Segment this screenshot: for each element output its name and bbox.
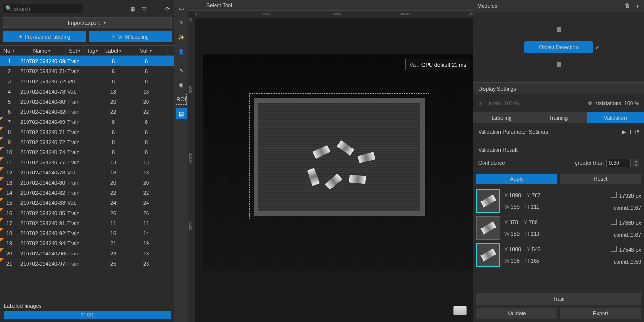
detection-checkbox[interactable]: [611, 219, 617, 225]
search-input[interactable]: [3, 4, 83, 13]
cursor-tool-icon[interactable]: ↖: [176, 65, 187, 76]
table-row[interactable]: 13210702-094240-80...Train2020: [0, 177, 174, 188]
table-row[interactable]: 17210702-094240-913Train1111: [0, 218, 174, 228]
table-row[interactable]: 7210702-094240-69...Train66: [0, 117, 174, 127]
tab-validation[interactable]: Validation: [587, 112, 644, 123]
col-no[interactable]: No.▾: [0, 46, 18, 55]
table-row[interactable]: 2210702-094240-710Train66: [0, 66, 174, 76]
table-row[interactable]: 19210702-094240-945Train2119: [0, 238, 174, 248]
trash-icon[interactable]: 🗑: [625, 2, 630, 10]
labeling-buttons: ✦ Pre-trained labeling ✧ VFM labeling: [0, 31, 174, 45]
play-icon[interactable]: ▶: [622, 129, 626, 135]
table-header: No.▾ Name▾ Set▾ Tag▾ Label▾ Val.▾: [0, 45, 174, 56]
validation-result-label: Validation Result: [473, 140, 644, 156]
table-row[interactable]: 6210702-094240-820Train2222: [0, 107, 174, 117]
canvas-area[interactable]: Val.: GPU default 21 ms: [195, 18, 473, 322]
wand-icon[interactable]: ✨: [176, 32, 187, 42]
vfm-labeling-button[interactable]: ✧ VFM labeling: [89, 31, 172, 42]
refresh-icon[interactable]: ⟳: [163, 4, 172, 13]
pretrained-labeling-button[interactable]: ✦ Pre-trained labeling: [3, 31, 86, 42]
apply-reset-row: Apply Reset: [473, 170, 644, 188]
eye-icon[interactable]: 👁: [588, 100, 593, 106]
table-row[interactable]: 5210702-094240-805Train2020: [0, 96, 174, 107]
import-export-label: Import/Export: [68, 20, 100, 26]
table-row[interactable]: 8210702-094240-71...Train66: [0, 127, 174, 137]
import-export-button[interactable]: Import/Export ▼: [3, 17, 172, 28]
train-button[interactable]: Train: [476, 293, 641, 305]
detection-checkbox[interactable]: [611, 192, 617, 198]
keyboard-icon[interactable]: [453, 306, 467, 315]
modified-marker: [0, 167, 4, 171]
ruler-horizontal: 0500100015002k: [195, 11, 473, 18]
modified-marker: [0, 157, 4, 161]
checkmark-icon: ✓: [595, 44, 600, 50]
history-icon[interactable]: ↺: [635, 129, 639, 135]
col-val[interactable]: Val.▾: [125, 46, 167, 55]
modules-panel: Modules 🗑 ＋ Object Detection ✓ Display S…: [473, 0, 644, 322]
mode-tabs: Labeling Training Validation: [473, 112, 644, 123]
table-row[interactable]: 14210702-094240-82...Train2222: [0, 188, 174, 198]
connector-top: [557, 27, 561, 32]
image-grid-icon[interactable]: ▦: [128, 4, 137, 13]
confidence-op: greater than: [575, 160, 604, 166]
export-tool-icon[interactable]: ▤: [176, 108, 187, 119]
detection-thumb[interactable]: [476, 189, 500, 213]
detection-thumb[interactable]: [476, 243, 500, 267]
col-label[interactable]: Label▾: [101, 46, 125, 55]
divider: |: [630, 129, 631, 135]
detection-item[interactable]: X 1000Y 546W 108H 16517548 pxconfid.:0.5…: [476, 242, 641, 268]
filter-icon[interactable]: ▽: [140, 4, 148, 13]
table-row[interactable]: 12210702-094240-78...Val.1818: [0, 167, 174, 177]
modified-marker: [0, 238, 4, 242]
table-row[interactable]: 4210702-094240-789Val.1818: [0, 86, 174, 96]
detection-item[interactable]: X 1090Y 767W 159H 11117920 pxconfid.:0.6…: [476, 188, 641, 215]
tab-training[interactable]: Training: [530, 112, 587, 123]
gpu-badge: Val.: GPU default 21 ms: [405, 59, 470, 70]
detected-part[interactable]: [349, 174, 366, 184]
tab-labeling[interactable]: Labeling: [473, 112, 530, 123]
table-row[interactable]: 9210702-094240-72...Train88: [0, 137, 174, 147]
table-row[interactable]: 3210702-094240-726Val.88: [0, 76, 174, 86]
tool-strip: ▭ ✎ ✨ 👤 ↖ ◉ ROI ▤: [174, 0, 188, 322]
table-row[interactable]: 1210702-094240-695Train66: [0, 56, 174, 66]
validation-params-row[interactable]: Validation Parameter Settings ▶ | ↺: [473, 123, 644, 140]
reset-button[interactable]: Reset: [560, 174, 641, 184]
labels-pct: 100 %: [504, 100, 519, 106]
magic-wand-icon[interactable]: ✎: [176, 17, 187, 28]
detection-thumb[interactable]: [476, 216, 500, 240]
table-row[interactable]: 21210702-094240-976Train2523: [0, 258, 174, 268]
plus-icon[interactable]: ＋: [635, 2, 640, 10]
roi-tool-icon[interactable]: ROI: [176, 94, 187, 105]
module-graph[interactable]: Object Detection ✓: [473, 12, 644, 83]
ai-icon: ✧: [111, 34, 116, 40]
col-tag[interactable]: Tag▾: [84, 46, 101, 55]
person-icon[interactable]: 👤: [176, 46, 187, 57]
tag-tool-icon[interactable]: ◉: [176, 80, 187, 90]
confidence-input[interactable]: [606, 159, 631, 167]
table-row[interactable]: 11210702-094240-773Train1313: [0, 157, 174, 167]
detection-item[interactable]: X 878Y 789W 150H 11917880 pxconfid.:0.67: [476, 215, 641, 242]
validate-button[interactable]: Validate: [476, 308, 557, 319]
confidence-stepper[interactable]: ▲▼: [633, 159, 639, 167]
list-icon[interactable]: ≡: [151, 4, 160, 13]
apply-button[interactable]: Apply: [476, 174, 557, 184]
modified-marker: [0, 248, 4, 252]
col-set[interactable]: Set▾: [66, 46, 84, 55]
display-settings-header: Display Settings: [473, 83, 644, 94]
table-row[interactable]: 20210702-094240-960Train2318: [0, 248, 174, 258]
modified-marker: [0, 147, 4, 151]
col-name[interactable]: Name▾: [18, 46, 66, 55]
detection-checkbox[interactable]: [611, 246, 617, 252]
table-row[interactable]: 15210702-094240-835Val.2424: [0, 198, 174, 208]
table-row[interactable]: 10210702-094240-742Train88: [0, 147, 174, 157]
table-row[interactable]: 18210702-094240-929Train1614: [0, 228, 174, 238]
table-row[interactable]: 16210702-094240-851Train2626: [0, 208, 174, 218]
labeled-images-label: Labeled Images: [4, 303, 171, 309]
object-detection-node[interactable]: Object Detection: [524, 41, 592, 53]
rect-tool-icon[interactable]: ▭: [176, 3, 187, 13]
validations-pct: 100 %: [624, 100, 639, 106]
ai-icon: ✦: [18, 34, 23, 40]
modified-marker: [0, 117, 4, 121]
ruler-vertical: 050010001500: [188, 18, 195, 322]
export-button[interactable]: Export: [560, 308, 641, 319]
